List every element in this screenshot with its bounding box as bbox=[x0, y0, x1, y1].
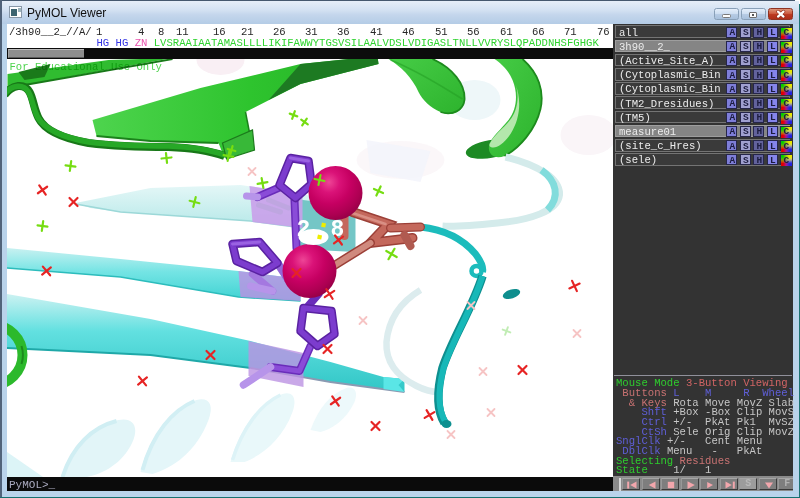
svg-text:For Educational Use Only: For Educational Use Only bbox=[9, 61, 161, 73]
